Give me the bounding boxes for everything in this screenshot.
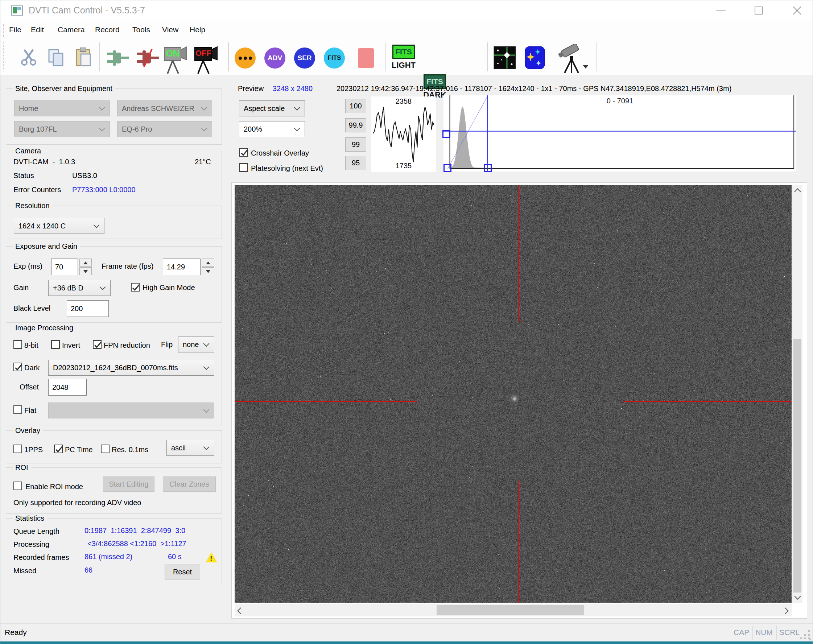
crosshair-top-line bbox=[518, 185, 519, 322]
camera-off-icon[interactable]: OFF bbox=[193, 45, 220, 74]
processing-label: Processing bbox=[14, 540, 49, 549]
framerate-spinner[interactable] bbox=[202, 259, 214, 275]
fits-light-icon[interactable]: FITS LIGHT bbox=[388, 44, 420, 74]
stretch-999-button[interactable]: 99.9 bbox=[345, 118, 366, 132]
app-icon bbox=[11, 5, 23, 15]
observer-select[interactable]: Andreas SCHWEIZER bbox=[117, 100, 212, 117]
camera-error-label: Error Counters bbox=[14, 186, 61, 194]
res01ms-checkbox[interactable] bbox=[101, 445, 109, 453]
telescope-select[interactable]: Borg 107FL bbox=[14, 121, 110, 137]
menu-file[interactable]: File bbox=[7, 25, 24, 35]
horizontal-scroll-thumb[interactable] bbox=[437, 605, 584, 615]
menu-camera[interactable]: Camera bbox=[55, 25, 87, 35]
scroll-left-arrow[interactable] bbox=[235, 605, 245, 616]
telescope-dropdown-arrow bbox=[583, 65, 589, 69]
reset-button[interactable]: Reset bbox=[165, 564, 200, 580]
menu-tools[interactable]: Tools bbox=[130, 25, 152, 35]
flat-file-select[interactable] bbox=[48, 403, 214, 419]
minimize-button[interactable] bbox=[708, 0, 734, 21]
roi-clear-zones-button[interactable]: Clear Zones bbox=[163, 477, 216, 492]
histogram-white-handle[interactable] bbox=[484, 164, 492, 172]
overlay-format-select[interactable]: ascii bbox=[166, 440, 214, 456]
8bit-checkbox[interactable] bbox=[14, 340, 22, 349]
stretch-95-button[interactable]: 95 bbox=[345, 156, 366, 170]
status-bar: Ready CAP NUM SCRL bbox=[0, 623, 813, 642]
site-select[interactable]: Home bbox=[14, 100, 110, 117]
dark-checkbox[interactable] bbox=[14, 363, 22, 371]
record-fits-icon[interactable]: FITS bbox=[324, 48, 345, 69]
exp-input[interactable]: 70 bbox=[51, 259, 78, 275]
histogram-left-handle[interactable] bbox=[442, 130, 450, 138]
fpn-checkbox[interactable] bbox=[93, 340, 101, 349]
camera-status-label: Status bbox=[14, 172, 34, 180]
aspect-scale-select[interactable]: Aspect scale bbox=[239, 100, 305, 117]
disconnect-icon[interactable] bbox=[135, 49, 161, 69]
dark-file-select[interactable]: D20230212_1624_36dBD_0070ms.fits bbox=[48, 360, 214, 376]
preview-label: Preview bbox=[238, 84, 264, 93]
scroll-up-arrow[interactable] bbox=[792, 185, 802, 196]
mount-select[interactable]: EQ-6 Pro bbox=[117, 121, 212, 137]
crosshair-overlay-checkbox[interactable] bbox=[239, 148, 248, 156]
copy-icon[interactable] bbox=[47, 48, 66, 69]
camera-on-icon[interactable]: ON bbox=[163, 45, 190, 74]
vertical-scrollbar[interactable] bbox=[792, 185, 802, 603]
connect-icon[interactable] bbox=[106, 50, 132, 68]
1pps-label: 1PPS bbox=[24, 446, 43, 454]
platesolving-checkbox[interactable] bbox=[239, 163, 248, 172]
roi-enable-checkbox[interactable] bbox=[14, 481, 22, 490]
maximize-button[interactable] bbox=[746, 0, 772, 21]
menu-edit[interactable]: Edit bbox=[29, 25, 46, 35]
camera-on-label: ON bbox=[165, 48, 180, 59]
high-gain-checkbox[interactable] bbox=[131, 283, 140, 291]
menu-view[interactable]: View bbox=[160, 25, 181, 35]
histogram-black-handle[interactable] bbox=[443, 164, 451, 172]
menu-help[interactable]: Help bbox=[187, 25, 207, 35]
crosshair-right-line bbox=[623, 401, 792, 402]
fpn-label: FPN reduction bbox=[104, 341, 150, 350]
flip-select[interactable]: none bbox=[178, 336, 214, 353]
close-button[interactable] bbox=[784, 0, 810, 21]
pctime-checkbox[interactable] bbox=[54, 445, 63, 453]
preview-image[interactable] bbox=[235, 185, 792, 603]
record-adv-icon[interactable]: ADV bbox=[264, 48, 285, 69]
offset-input[interactable]: 2048 bbox=[48, 379, 87, 396]
app-window: DVTI Cam Control - V5.5.3-7 File Edit Ca… bbox=[0, 0, 813, 644]
histogram-range-label: 0 - 7091 bbox=[443, 97, 796, 105]
menu-record[interactable]: Record bbox=[93, 25, 122, 35]
framerate-spin-down bbox=[202, 267, 214, 275]
black-level-input[interactable]: 200 bbox=[67, 300, 109, 317]
roi-start-editing-button[interactable]: Start Editing bbox=[103, 477, 155, 492]
gain-select[interactable]: +36 dB D bbox=[48, 280, 110, 296]
stretch-100-button[interactable]: 100 bbox=[345, 99, 366, 113]
flat-checkbox[interactable] bbox=[14, 405, 22, 414]
gain-label: Gain bbox=[14, 284, 29, 292]
vertical-scroll-thumb[interactable] bbox=[793, 339, 801, 592]
telescope-icon[interactable] bbox=[555, 44, 589, 74]
paste-icon[interactable] bbox=[74, 48, 93, 69]
scroll-right-arrow[interactable] bbox=[781, 605, 791, 616]
preview-frame bbox=[232, 182, 807, 619]
platesolving-label: Platesolving (next Evt) bbox=[251, 164, 323, 173]
scroll-down-arrow[interactable] bbox=[792, 592, 802, 603]
platesolve-icon[interactable] bbox=[494, 46, 516, 71]
invert-checkbox[interactable] bbox=[51, 340, 60, 349]
resolution-select[interactable]: 1624 x 1240 C bbox=[14, 218, 104, 234]
starfield-icon[interactable] bbox=[525, 46, 545, 71]
camera-model: DVTI-CAM - 1.0.3 bbox=[14, 158, 75, 166]
stretch-99-button[interactable]: 99 bbox=[345, 137, 366, 152]
frame-info: 20230212 19:42:36.947-19:42:37.016 - 117… bbox=[336, 84, 732, 93]
framerate-input[interactable]: 14.29 bbox=[163, 259, 201, 275]
exp-spinner[interactable] bbox=[80, 259, 92, 275]
record-ser-icon[interactable]: SER bbox=[294, 48, 315, 69]
record-options-icon[interactable] bbox=[235, 48, 256, 69]
cut-icon[interactable] bbox=[19, 48, 38, 68]
num-indicator: NUM bbox=[755, 628, 773, 637]
exp-spin-down bbox=[80, 267, 92, 275]
1pps-checkbox[interactable] bbox=[14, 445, 22, 453]
zoom-select[interactable]: 200% bbox=[239, 121, 305, 137]
resize-grip[interactable] bbox=[800, 630, 811, 640]
8bit-label: 8-bit bbox=[24, 341, 38, 350]
stop-icon[interactable] bbox=[358, 48, 374, 68]
horizontal-scrollbar[interactable] bbox=[235, 604, 792, 616]
window-title: DVTI Cam Control - V5.5.3-7 bbox=[29, 5, 145, 15]
